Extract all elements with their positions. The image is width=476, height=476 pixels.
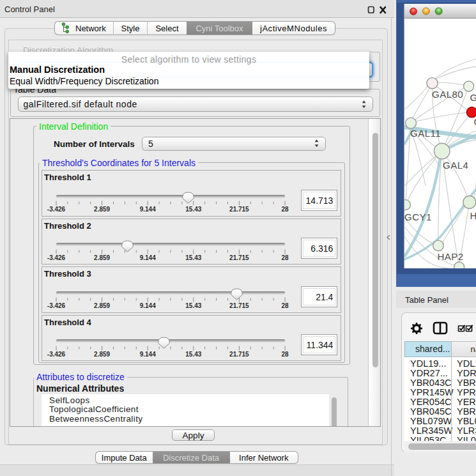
svg-text:GAL11: GAL11 bbox=[410, 128, 441, 139]
svg-text:GAL80: GAL80 bbox=[432, 89, 463, 100]
svg-text:GCY1: GCY1 bbox=[404, 211, 432, 222]
svg-text:H: H bbox=[470, 210, 476, 221]
svg-text:CY: CY bbox=[474, 116, 476, 127]
svg-text:HAP2: HAP2 bbox=[438, 251, 464, 262]
svg-text:GAL4: GAL4 bbox=[443, 160, 468, 171]
svg-text:GA: GA bbox=[470, 92, 476, 103]
